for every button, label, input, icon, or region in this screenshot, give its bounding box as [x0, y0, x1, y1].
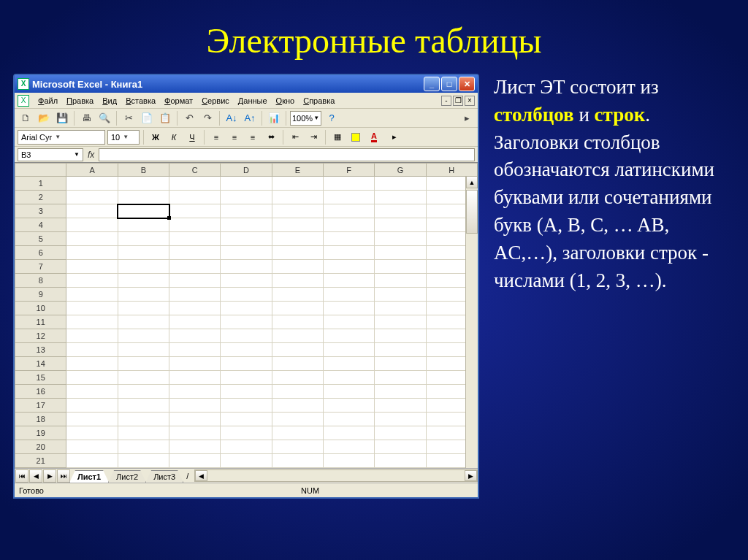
zoom-combo[interactable]: 100%▼ [290, 111, 321, 126]
cell[interactable] [169, 454, 221, 468]
scroll-thumb[interactable] [466, 190, 478, 234]
cell[interactable] [169, 274, 221, 288]
cell[interactable] [169, 315, 221, 329]
cell[interactable] [118, 274, 169, 288]
cell[interactable] [221, 204, 272, 218]
cell[interactable] [118, 260, 169, 274]
align-left-icon[interactable]: ≡ [208, 129, 224, 145]
window-titlebar[interactable]: X Microsoft Excel - Книга1 _ □ ✕ [15, 75, 478, 93]
minimize-button[interactable]: _ [424, 77, 440, 91]
cell[interactable] [66, 454, 118, 468]
cell[interactable] [323, 385, 374, 399]
cell[interactable] [323, 454, 374, 468]
cell[interactable] [169, 288, 221, 302]
cell[interactable] [272, 454, 323, 468]
cell[interactable] [221, 343, 272, 357]
borders-icon[interactable]: ▦ [329, 129, 346, 145]
row-header[interactable]: 9 [15, 288, 66, 302]
cell[interactable] [272, 246, 323, 260]
cell[interactable] [323, 329, 374, 343]
cell[interactable] [169, 413, 221, 426]
cell[interactable] [323, 399, 374, 413]
cell[interactable] [66, 260, 118, 274]
cell[interactable] [118, 343, 169, 357]
cell[interactable] [169, 260, 221, 274]
row-header[interactable]: 16 [15, 385, 66, 399]
sheet-tab[interactable]: Лист3 [145, 470, 183, 483]
cell[interactable] [221, 399, 272, 413]
cell[interactable] [118, 191, 169, 204]
row-header[interactable]: 12 [15, 329, 66, 343]
font-size-combo[interactable]: 10▼ [107, 130, 140, 145]
cell[interactable] [221, 385, 272, 399]
cell[interactable] [375, 260, 426, 274]
cell[interactable] [169, 329, 221, 343]
sort-desc-icon[interactable]: A↑ [242, 110, 258, 126]
font-color-icon[interactable]: A [366, 129, 382, 145]
col-header[interactable]: E [272, 164, 323, 177]
col-header[interactable]: H [426, 164, 477, 177]
cell[interactable] [169, 204, 221, 218]
cell[interactable] [66, 274, 118, 288]
row-header[interactable]: 14 [15, 357, 66, 371]
cell[interactable] [272, 440, 323, 454]
cell[interactable] [272, 191, 323, 204]
cell[interactable] [66, 343, 118, 357]
fmt-more-icon[interactable]: ▸ [386, 129, 402, 145]
cell[interactable] [323, 288, 374, 302]
cell[interactable] [221, 426, 272, 440]
cell[interactable] [272, 274, 323, 288]
cell[interactable] [272, 343, 323, 357]
col-header[interactable]: D [221, 164, 272, 177]
cell[interactable] [118, 288, 169, 302]
cell[interactable] [375, 385, 426, 399]
row-header[interactable]: 2 [15, 191, 66, 204]
toolbar-more-icon[interactable]: ▸ [459, 110, 475, 126]
spreadsheet-grid[interactable]: A B C D E F G H 123456789101112131415161… [15, 163, 478, 468]
cell[interactable] [66, 413, 118, 426]
paste-icon[interactable]: 📋 [157, 110, 173, 126]
cell[interactable] [221, 246, 272, 260]
align-center-icon[interactable]: ≡ [226, 129, 243, 145]
cell[interactable] [169, 177, 221, 191]
cell[interactable] [118, 302, 169, 315]
cell[interactable] [221, 274, 272, 288]
cell[interactable] [221, 191, 272, 204]
cell[interactable] [323, 302, 374, 315]
cell[interactable] [169, 385, 221, 399]
cell[interactable] [66, 385, 118, 399]
cell[interactable] [272, 260, 323, 274]
cell[interactable] [272, 218, 323, 232]
cell[interactable] [118, 440, 169, 454]
cell[interactable] [66, 440, 118, 454]
cell[interactable] [169, 426, 221, 440]
print-icon[interactable]: 🖶 [78, 110, 94, 126]
cell[interactable] [323, 232, 374, 246]
redo-icon[interactable]: ↷ [199, 110, 215, 126]
cell[interactable] [66, 177, 118, 191]
scroll-up-icon[interactable]: ▲ [466, 176, 478, 188]
chart-icon[interactable]: 📊 [266, 110, 282, 126]
cell[interactable] [221, 177, 272, 191]
fill-color-icon[interactable] [348, 129, 364, 145]
cell[interactable] [66, 218, 118, 232]
close-button[interactable]: ✕ [459, 77, 475, 91]
menu-window[interactable]: Окно [272, 95, 299, 107]
cell[interactable] [375, 329, 426, 343]
indent-inc-icon[interactable]: ⇥ [305, 129, 321, 145]
row-header[interactable]: 17 [15, 399, 66, 413]
row-header[interactable]: 19 [15, 426, 66, 440]
cell[interactable] [272, 329, 323, 343]
cell[interactable] [323, 440, 374, 454]
col-header[interactable]: C [169, 164, 221, 177]
row-header[interactable]: 4 [15, 218, 66, 232]
cell[interactable] [272, 177, 323, 191]
cell[interactable] [118, 246, 169, 260]
cell[interactable] [221, 315, 272, 329]
cell[interactable] [169, 232, 221, 246]
cell[interactable] [221, 260, 272, 274]
menu-edit[interactable]: Правка [62, 95, 98, 107]
menu-format[interactable]: Формат [160, 95, 197, 107]
col-header[interactable]: F [323, 164, 374, 177]
cell[interactable] [118, 357, 169, 371]
